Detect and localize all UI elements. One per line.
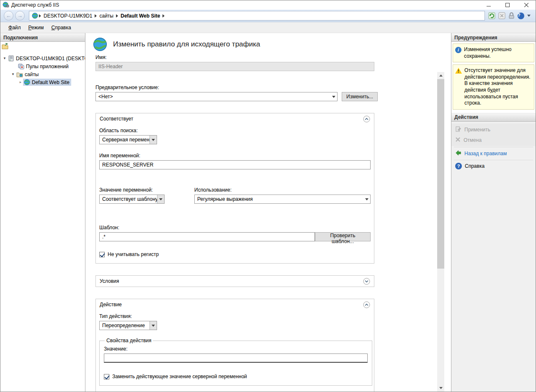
- action-value-label: Значение:: [104, 346, 368, 352]
- breadcrumb-item-server[interactable]: DESKTOP-U1MK9D1: [41, 13, 95, 19]
- scope-value: Серверная переменн: [100, 137, 149, 143]
- action-section-title: Действие: [100, 302, 122, 307]
- name-input: [95, 62, 374, 71]
- close-button[interactable]: [517, 0, 536, 10]
- tree-item-app-pools[interactable]: Пулы приложений: [0, 62, 85, 70]
- actions-header: Действия: [451, 113, 536, 122]
- chevron-down-icon: [149, 321, 157, 330]
- tree-item-default-web-site[interactable]: Default Web Site: [0, 78, 85, 86]
- replace-value-label: Заменить действующее значение серверной …: [112, 374, 247, 379]
- action-value-input[interactable]: [104, 354, 368, 363]
- usage-value: Регулярные выражения: [195, 196, 363, 202]
- breadcrumb-item-default-web-site[interactable]: Default Web Site: [118, 13, 162, 19]
- apply-button: Применить: [451, 124, 536, 135]
- scrollbar-thumb[interactable]: [437, 79, 444, 269]
- collapse-section-button[interactable]: [363, 301, 370, 308]
- precondition-value: <Нет>: [96, 94, 330, 100]
- cancel-icon: [455, 137, 461, 143]
- globe-icon: [24, 79, 30, 85]
- usage-dropdown[interactable]: Регулярные выражения: [194, 195, 371, 204]
- action-properties-legend: Свойства действия: [105, 338, 153, 343]
- variable-name-label: Имя переменной:: [99, 153, 371, 159]
- right-gutter: [444, 54, 451, 392]
- menu-view[interactable]: Режим: [25, 23, 48, 32]
- expand-collapse-icon[interactable]: [18, 80, 23, 84]
- variable-name-input[interactable]: [99, 160, 371, 169]
- titlebar: Диспетчер служб IIS: [0, 0, 536, 10]
- divider: [454, 160, 533, 160]
- iis-app-icon: [3, 1, 9, 9]
- action-type-value: Переопределение: [100, 323, 149, 328]
- pattern-input[interactable]: [99, 232, 315, 241]
- variable-value-label: Значение переменной:: [99, 187, 194, 193]
- breadcrumb[interactable]: DESKTOP-U1MK9D1 сайты Default Web Site: [29, 11, 485, 20]
- expand-collapse-icon[interactable]: [2, 56, 7, 60]
- sites-folder-icon: [16, 72, 23, 77]
- actions-pane: Предупреждения i Изменения успешно сохра…: [451, 33, 536, 392]
- scope-label: Область поиска:: [99, 128, 371, 133]
- variable-value-dropdown[interactable]: Соответствует шаблону: [99, 195, 165, 204]
- test-pattern-button[interactable]: Проверить шаблон...: [315, 232, 371, 241]
- back-arrow-icon: [455, 150, 461, 157]
- match-section: Соответствует Область поиска: Серверная …: [95, 113, 374, 264]
- precondition-dropdown[interactable]: <Нет>: [95, 92, 338, 101]
- help-link[interactable]: ? Справка: [451, 161, 536, 171]
- scroll-down-icon[interactable]: [437, 384, 444, 392]
- refresh-icon[interactable]: [488, 12, 495, 19]
- help-dropdown-icon[interactable]: [527, 15, 531, 17]
- app-pools-icon: [18, 63, 24, 69]
- tree-item-label: DESKTOP-U1MK9D1 (DESKTOP: [16, 56, 85, 61]
- expand-section-button[interactable]: [363, 278, 370, 285]
- replace-value-checkbox[interactable]: [104, 374, 109, 379]
- action-section: Действие Тип действия: Переопределение С…: [95, 299, 374, 392]
- maximize-button[interactable]: [498, 0, 517, 10]
- connections-header: Подключения: [0, 33, 85, 42]
- name-label: Имя:: [95, 54, 437, 60]
- window-title: Диспетчер служб IIS: [11, 2, 59, 8]
- connections-tree: DESKTOP-U1MK9D1 (DESKTOP Пулы приложений…: [0, 52, 85, 392]
- scope-dropdown[interactable]: Серверная переменн: [99, 135, 157, 144]
- help-icon[interactable]: ?: [518, 13, 524, 19]
- tree-item-label: Пулы приложений: [26, 64, 69, 69]
- tree-item-label: Default Web Site: [32, 79, 70, 85]
- stop-icon[interactable]: [498, 12, 505, 19]
- globe-icon: [93, 37, 107, 53]
- address-bar: ← → DESKTOP-U1MK9D1 сайты Default Web Si…: [0, 10, 536, 22]
- ignore-case-label: Не учитывать регистр: [108, 251, 159, 257]
- match-section-title: Соответствует: [100, 116, 133, 122]
- scroll-up-icon[interactable]: [437, 72, 444, 79]
- new-connection-icon[interactable]: [2, 43, 9, 51]
- breadcrumb-item-sites[interactable]: сайты: [97, 13, 116, 19]
- connections-toolbar: [0, 42, 85, 52]
- menu-file[interactable]: Файл: [5, 23, 25, 32]
- chevron-down-icon: [149, 136, 157, 144]
- action-type-dropdown[interactable]: Переопределение: [99, 321, 157, 330]
- expand-collapse-icon[interactable]: [10, 72, 15, 76]
- tree-item-label: сайты: [25, 72, 39, 77]
- menu-help[interactable]: Справка: [48, 23, 75, 32]
- pattern-label: Шаблон:: [99, 225, 371, 231]
- conditions-section: Условия: [95, 275, 374, 287]
- ignore-case-checkbox[interactable]: [99, 252, 105, 257]
- warning-icon: [455, 68, 462, 74]
- divider: [454, 147, 533, 147]
- cancel-button: Отмена: [451, 135, 536, 145]
- selected-tree-item[interactable]: Default Web Site: [23, 79, 71, 86]
- main-panel: Изменить правило для исходящего трафика …: [85, 33, 451, 392]
- forward-button[interactable]: →: [15, 11, 25, 20]
- edit-precondition-button[interactable]: Изменить...: [342, 92, 378, 101]
- vertical-scrollbar[interactable]: [437, 72, 444, 392]
- minimize-button[interactable]: [479, 0, 498, 10]
- scrollbar-track[interactable]: [437, 79, 444, 384]
- tree-item-server[interactable]: DESKTOP-U1MK9D1 (DESKTOP: [0, 54, 85, 62]
- app-window: Диспетчер служб IIS ← → DESKTOP-U1MK9D1 …: [0, 0, 536, 392]
- conditions-section-title: Условия: [100, 278, 119, 284]
- tree-item-sites[interactable]: сайты: [0, 70, 85, 78]
- lock-icon[interactable]: [508, 12, 515, 19]
- back-button[interactable]: ←: [4, 11, 13, 20]
- collapse-section-button[interactable]: [363, 115, 370, 123]
- page-title: Изменить правило для исходящего трафика: [113, 40, 260, 49]
- usage-label: Использование:: [194, 187, 371, 193]
- back-to-rules-link[interactable]: Назад к правилам: [451, 148, 536, 159]
- server-icon: [8, 55, 14, 61]
